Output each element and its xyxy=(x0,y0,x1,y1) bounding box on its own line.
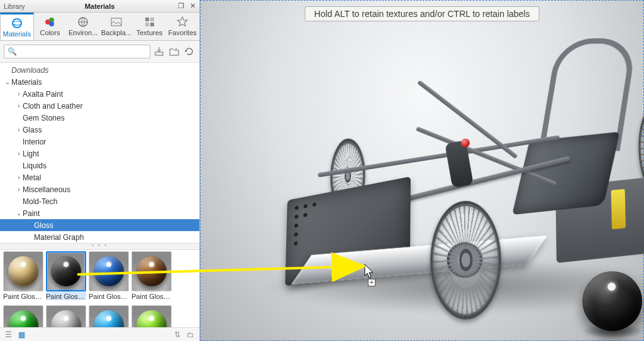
library-tabs: Materials Colors Environ... Backpla... T… xyxy=(0,13,199,41)
thumbnails-area: Paint Gloss ... Paint Gloss ... Paint Gl… xyxy=(0,250,199,341)
tab-label: Backpla... xyxy=(101,29,131,36)
tree-item[interactable]: ›Axalta Paint xyxy=(0,88,199,100)
drag-preview-material xyxy=(582,271,642,331)
tab-backplates[interactable]: Backpla... xyxy=(100,13,133,40)
material-thumb[interactable]: Paint Gloss ... xyxy=(3,251,43,303)
tab-label: Textures xyxy=(136,29,163,36)
search-input[interactable] xyxy=(19,46,147,57)
palette-icon xyxy=(44,16,57,28)
globe-icon xyxy=(77,16,89,28)
tab-label: Materials xyxy=(3,30,31,38)
tab-favorites[interactable]: Favorites xyxy=(166,13,199,40)
material-thumb[interactable] xyxy=(46,305,86,327)
svg-point-4 xyxy=(49,21,54,26)
scene xyxy=(213,38,644,328)
tab-colors[interactable]: Colors xyxy=(34,13,67,40)
library-panel: Library Materials ❐ ✕ Materials Colors E… xyxy=(0,0,200,341)
search-icon: 🔍 xyxy=(8,47,17,56)
grid-icon xyxy=(143,16,156,28)
tab-environments[interactable]: Environ... xyxy=(67,13,100,40)
tree-item[interactable]: ›Glass xyxy=(0,124,199,136)
add-folder-icon[interactable] xyxy=(168,45,180,58)
svg-point-0 xyxy=(13,19,21,28)
tree-root[interactable]: ⌄Materials xyxy=(0,76,199,88)
tree-item-gloss[interactable]: Gloss xyxy=(0,219,199,231)
splitter-handle[interactable]: • • • xyxy=(0,244,199,250)
render-viewport[interactable]: Hold ALT to retain textures and/or CTRL … xyxy=(200,0,644,341)
sphere-icon xyxy=(11,18,23,29)
image-icon xyxy=(110,16,123,28)
sort-icon[interactable]: ⇅ xyxy=(174,330,180,339)
tab-label: Environ... xyxy=(69,29,97,36)
tree-item[interactable]: ›Cloth and Leather xyxy=(0,100,199,112)
tab-materials[interactable]: Materials xyxy=(0,13,34,40)
tab-textures[interactable]: Textures xyxy=(133,13,167,40)
material-tree[interactable]: Downloads ⌄Materials ›Axalta Paint ›Clot… xyxy=(0,62,199,244)
undock-icon[interactable]: ❐ xyxy=(177,2,186,11)
tree-downloads[interactable]: Downloads xyxy=(0,64,199,76)
view-grid-icon[interactable]: ▦ xyxy=(18,330,25,339)
star-icon xyxy=(176,16,189,28)
search-row: 🔍 xyxy=(0,41,199,62)
material-thumb[interactable] xyxy=(131,305,172,327)
material-thumb-selected[interactable]: Paint Gloss ... xyxy=(46,251,86,303)
thumbnails-toolbar: ☰ ▦ ⇅ 🗀 xyxy=(0,327,199,341)
svg-point-1 xyxy=(13,21,21,25)
refresh-icon[interactable] xyxy=(183,45,196,58)
svg-rect-7 xyxy=(145,18,149,21)
close-panel-icon[interactable]: ✕ xyxy=(188,2,197,11)
thumbnails-scroll[interactable]: Paint Gloss ... Paint Gloss ... Paint Gl… xyxy=(0,250,199,327)
tree-item-paint[interactable]: ⌄Paint xyxy=(0,207,199,219)
svg-rect-10 xyxy=(150,23,154,26)
import-icon[interactable] xyxy=(153,45,165,58)
battery-cover[interactable] xyxy=(611,189,626,230)
stop-button[interactable] xyxy=(461,139,470,148)
svg-rect-8 xyxy=(150,18,154,21)
tree-item[interactable]: ›Miscellaneous xyxy=(0,183,199,195)
app-root: Library Materials ❐ ✕ Materials Colors E… xyxy=(0,0,644,341)
material-thumb[interactable]: Paint Gloss ... xyxy=(131,251,172,303)
panel-title-bar: Library Materials ❐ ✕ xyxy=(0,0,199,13)
roll-bar[interactable] xyxy=(538,38,637,151)
tree-item[interactable]: ›Light xyxy=(0,148,199,160)
tab-label: Favorites xyxy=(169,29,197,36)
svg-rect-9 xyxy=(145,23,149,26)
tree-item[interactable]: Interior xyxy=(0,136,199,148)
svg-rect-11 xyxy=(155,52,163,55)
tree-item[interactable]: Mold-Tech xyxy=(0,195,199,207)
tree-item[interactable]: ›Metal xyxy=(0,171,199,183)
material-thumb[interactable]: Paint Gloss ... xyxy=(89,251,129,303)
tree-item[interactable]: Liquids xyxy=(0,160,199,171)
view-list-icon[interactable]: ☰ xyxy=(5,330,12,339)
material-thumb[interactable] xyxy=(3,305,43,327)
material-thumb[interactable] xyxy=(89,305,129,327)
tab-label: Colors xyxy=(40,29,60,36)
tree-item[interactable]: Gem Stones xyxy=(0,112,199,124)
vehicle-model[interactable] xyxy=(269,59,644,296)
search-box[interactable]: 🔍 xyxy=(4,45,150,58)
drop-hint: Hold ALT to retain textures and/or CTRL … xyxy=(305,6,540,21)
folder-icon[interactable]: 🗀 xyxy=(187,330,194,339)
panel-title: Materials xyxy=(0,3,199,10)
